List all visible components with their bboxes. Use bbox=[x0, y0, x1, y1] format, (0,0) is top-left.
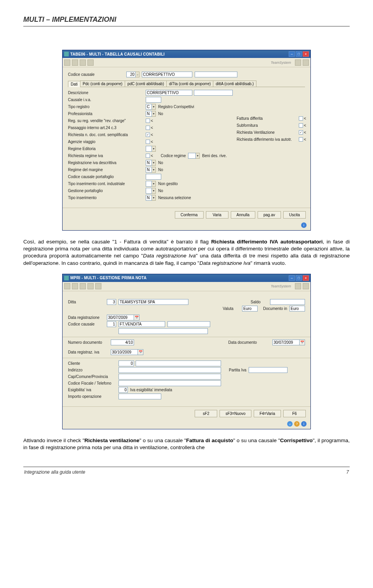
regime-editoria-input[interactable] bbox=[146, 146, 152, 152]
codice-regime-input[interactable] bbox=[188, 153, 196, 159]
field-label: Tipo registro bbox=[68, 105, 146, 109]
f4-varia-button[interactable]: F4=Varia bbox=[254, 410, 281, 417]
contind-input[interactable] bbox=[146, 181, 152, 187]
toolbar-icon[interactable] bbox=[64, 60, 70, 66]
docin-input[interactable]: Euro bbox=[289, 306, 305, 312]
tab-ditta-proporre[interactable]: diTta (conti da proporre) bbox=[166, 80, 213, 87]
codice-causale-desc2[interactable] bbox=[195, 72, 237, 77]
codice-causale-input[interactable]: 20 bbox=[126, 72, 136, 77]
indirizzo-label: Indirizzo bbox=[68, 368, 119, 372]
help-icon[interactable]: ? bbox=[294, 421, 300, 427]
causale-iva-input[interactable] bbox=[146, 97, 161, 103]
minimize-button[interactable]: – bbox=[289, 51, 295, 57]
info-icon[interactable]: i bbox=[301, 421, 307, 427]
datareg-input[interactable]: 30/07/2009 bbox=[107, 315, 134, 320]
calendar-icon[interactable]: 📅 bbox=[134, 315, 139, 320]
piva-input[interactable] bbox=[249, 367, 288, 373]
dropdown-icon[interactable]: ▼ bbox=[152, 104, 156, 110]
esig-input[interactable]: 0 bbox=[119, 387, 128, 393]
dataregiva-input[interactable]: 30/10/2009 bbox=[111, 349, 138, 355]
tab-ditta-abil[interactable]: dittA (conti abil/disab.) bbox=[213, 80, 256, 87]
tipoins-input[interactable]: N bbox=[146, 195, 152, 201]
regime-iva-checkbox[interactable] bbox=[146, 154, 150, 158]
toolbar-icon[interactable] bbox=[303, 60, 309, 66]
tab-pdc-abil[interactable]: pdC (conti abil/disab) bbox=[125, 80, 167, 87]
margine-input[interactable]: N bbox=[146, 167, 152, 173]
lock-icon: < bbox=[304, 123, 306, 128]
toolbar-icon[interactable] bbox=[87, 283, 94, 289]
subfornitura-checkbox[interactable] bbox=[299, 123, 303, 128]
codcau-desc2[interactable] bbox=[167, 321, 210, 327]
dropdown-icon[interactable]: ▼ bbox=[152, 188, 156, 194]
numdoc-input[interactable]: 4/10 bbox=[111, 340, 134, 345]
close-button[interactable]: × bbox=[303, 51, 309, 57]
toolbar-icon[interactable] bbox=[80, 60, 86, 66]
toolbar-icon[interactable] bbox=[95, 283, 101, 289]
maximize-button[interactable]: □ bbox=[296, 275, 302, 281]
professionista-input[interactable]: N bbox=[146, 111, 152, 117]
toolbar-icon[interactable] bbox=[295, 60, 301, 66]
toolbar-icon[interactable] bbox=[72, 283, 78, 289]
cliente-input[interactable]: 0 bbox=[119, 360, 134, 366]
ventilazione-checkbox[interactable]: ✓ bbox=[299, 130, 303, 135]
tipo-registro-input[interactable]: C bbox=[146, 104, 152, 110]
sf2-button[interactable]: sF2 bbox=[195, 410, 217, 417]
codice-causale-desc[interactable]: CORRISPETTIVO bbox=[142, 72, 192, 77]
indirizzo-input[interactable] bbox=[119, 367, 221, 373]
lookup-icon[interactable]: ⌕ bbox=[136, 72, 139, 77]
codcau-desc[interactable]: FT.VENDITA bbox=[119, 321, 165, 327]
passaggio-checkbox[interactable] bbox=[146, 126, 150, 130]
f6-button[interactable]: F6 bbox=[283, 410, 306, 417]
toolbar-icon[interactable] bbox=[295, 283, 301, 289]
calendar-icon[interactable]: 📅 bbox=[138, 349, 143, 355]
rev-charge-checkbox[interactable] bbox=[146, 119, 150, 123]
valuta-input[interactable]: Euro bbox=[242, 306, 258, 312]
codcau-input[interactable]: 1 bbox=[107, 321, 116, 327]
sf3-nuovo-button[interactable]: sF3=Nuovo bbox=[220, 410, 251, 417]
dropdown-icon[interactable]: ▼ bbox=[152, 146, 156, 152]
tab-pdc-proporre[interactable]: Pdc (conti da proporre) bbox=[80, 80, 125, 87]
dropdown-icon[interactable]: ▼ bbox=[152, 181, 156, 187]
ditta-desc[interactable]: TEAMSYSTEM SPA bbox=[119, 299, 188, 305]
importo-input[interactable] bbox=[119, 394, 161, 399]
dropdown-icon[interactable]: ▼ bbox=[152, 160, 156, 166]
minimize-button[interactable]: – bbox=[289, 275, 295, 281]
toolbar-icon[interactable] bbox=[64, 283, 70, 289]
ndoc-checkbox[interactable]: ✓ bbox=[146, 133, 150, 137]
tab-dati[interactable]: Dati bbox=[68, 81, 80, 87]
ditta-input[interactable]: 3 bbox=[107, 299, 116, 305]
search-icon[interactable]: ⌕ bbox=[287, 421, 293, 427]
varia-button[interactable]: Varia bbox=[206, 211, 228, 219]
agenzie-checkbox[interactable] bbox=[146, 140, 150, 144]
gestport-input[interactable] bbox=[146, 188, 152, 194]
cliente-desc[interactable] bbox=[136, 360, 221, 366]
toolbar-icon[interactable] bbox=[72, 60, 78, 66]
saldo-input[interactable] bbox=[270, 299, 305, 305]
datadoc-input[interactable]: 30/07/2009 bbox=[272, 340, 300, 345]
cf-input[interactable] bbox=[119, 380, 221, 386]
info-icon[interactable]: i bbox=[301, 222, 307, 228]
descrizione-input[interactable]: CORRISPETTIVO bbox=[146, 90, 192, 96]
fattura-differita-checkbox[interactable] bbox=[299, 116, 303, 121]
toolbar-icon[interactable] bbox=[303, 283, 309, 289]
dropdown-icon[interactable]: ▼ bbox=[152, 195, 156, 201]
descrizione-input2[interactable] bbox=[194, 90, 233, 96]
uscita-button[interactable]: Uscita bbox=[283, 211, 306, 219]
annulla-button[interactable]: Annulla bbox=[231, 211, 255, 219]
differimento-autotr-checkbox[interactable] bbox=[299, 137, 303, 142]
maximize-button[interactable]: □ bbox=[296, 51, 302, 57]
toolbar-icon[interactable] bbox=[87, 60, 94, 66]
calendar-icon[interactable]: 📅 bbox=[300, 340, 305, 345]
codcau-line2[interactable] bbox=[119, 328, 208, 334]
cap-input[interactable] bbox=[119, 374, 221, 380]
close-button[interactable]: × bbox=[303, 275, 309, 281]
toolbar-icon[interactable] bbox=[80, 283, 86, 289]
contind-desc: Non gestito bbox=[158, 182, 178, 186]
portafoglio-input[interactable] bbox=[146, 174, 161, 180]
dropdown-icon[interactable]: ▼ bbox=[152, 167, 156, 173]
conferma-button[interactable]: Conferma bbox=[175, 211, 204, 219]
dropdown-icon[interactable]: ▼ bbox=[152, 111, 156, 117]
dropdown-icon[interactable]: ▼ bbox=[196, 153, 200, 159]
reg-iva-desc-input[interactable]: N bbox=[146, 160, 152, 166]
pagav-button[interactable]: pag.av bbox=[258, 211, 281, 219]
